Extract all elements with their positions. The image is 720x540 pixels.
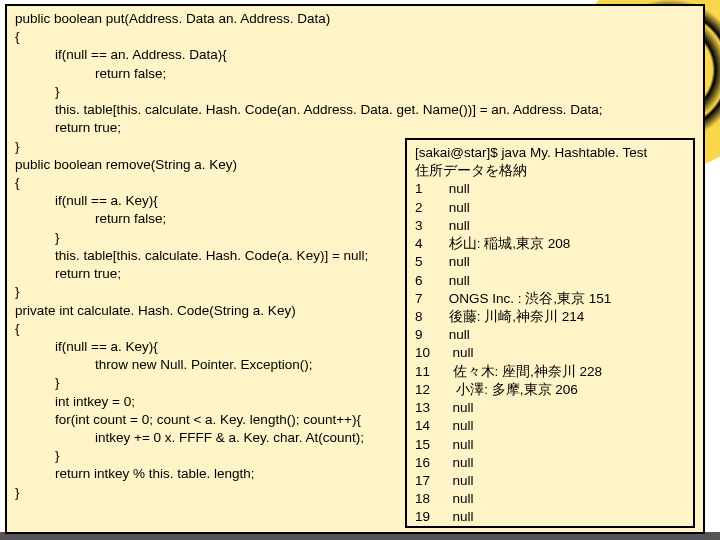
row-val: null — [453, 400, 474, 415]
row-val: null — [453, 418, 474, 433]
row-val: null — [449, 200, 470, 215]
code-line: } — [15, 83, 695, 101]
row-num: 1 — [415, 181, 423, 196]
output-row: 1 null — [415, 180, 685, 198]
row-num: 19 — [415, 509, 430, 524]
output-row: 10 null — [415, 344, 685, 362]
row-num: 15 — [415, 437, 430, 452]
output-row: 15 null — [415, 436, 685, 454]
row-val: null — [449, 273, 470, 288]
output-panel: [sakai@star]$ java My. Hashtable. Test 住… — [405, 138, 695, 528]
output-row: 9 null — [415, 326, 685, 344]
output-row: 8 後藤: 川崎,神奈川 214 — [415, 308, 685, 326]
output-row: 7 ONGS Inc. : 渋谷,東京 151 — [415, 290, 685, 308]
code-line: return true; — [15, 119, 695, 137]
row-val: null — [453, 437, 474, 452]
row-val: null — [453, 491, 474, 506]
row-num: 5 — [415, 254, 423, 269]
code-line: if(null == an. Address. Data){ — [15, 46, 695, 64]
output-row: 5 null — [415, 253, 685, 271]
output-row: 13 null — [415, 399, 685, 417]
row-num: 3 — [415, 218, 423, 233]
row-val: ONGS Inc. : 渋谷,東京 151 — [449, 291, 612, 306]
row-num: 16 — [415, 455, 430, 470]
row-val: null — [449, 218, 470, 233]
output-message: 住所データを格納 — [415, 162, 685, 180]
row-val: 小澤: 多摩,東京 206 — [453, 382, 578, 397]
row-val: null — [449, 181, 470, 196]
output-row: 3 null — [415, 217, 685, 235]
row-val: null — [453, 509, 474, 524]
output-command: [sakai@star]$ java My. Hashtable. Test — [415, 144, 685, 162]
row-val: null — [453, 455, 474, 470]
output-row: 11 佐々木: 座間,神奈川 228 — [415, 363, 685, 381]
row-num: 9 — [415, 327, 423, 342]
row-num: 17 — [415, 473, 430, 488]
output-row: 14 null — [415, 417, 685, 435]
row-num: 8 — [415, 309, 423, 324]
row-num: 11 — [415, 364, 430, 379]
code-line: public boolean put(Address. Data an. Add… — [15, 10, 695, 28]
row-num: 18 — [415, 491, 430, 506]
row-val: 佐々木: 座間,神奈川 228 — [453, 364, 603, 379]
row-val: 後藤: 川崎,神奈川 214 — [449, 309, 585, 324]
row-num: 10 — [415, 345, 430, 360]
output-row: 6 null — [415, 272, 685, 290]
row-num: 13 — [415, 400, 430, 415]
row-num: 7 — [415, 291, 423, 306]
code-line: this. table[this. calculate. Hash. Code(… — [15, 101, 695, 119]
output-row: 18 null — [415, 490, 685, 508]
row-val: null — [449, 327, 470, 342]
output-row: 12 小澤: 多摩,東京 206 — [415, 381, 685, 399]
row-num: 6 — [415, 273, 423, 288]
row-num: 2 — [415, 200, 423, 215]
row-num: 14 — [415, 418, 430, 433]
output-row: 19 null — [415, 508, 685, 526]
row-val: 杉山: 稲城,東京 208 — [449, 236, 571, 251]
output-row: 16 null — [415, 454, 685, 472]
row-num: 4 — [415, 236, 423, 251]
output-row: 2 null — [415, 199, 685, 217]
code-line: return false; — [15, 65, 695, 83]
output-row: 17 null — [415, 472, 685, 490]
row-val: null — [453, 473, 474, 488]
output-row: 4 杉山: 稲城,東京 208 — [415, 235, 685, 253]
code-line: { — [15, 28, 695, 46]
row-num: 12 — [415, 382, 430, 397]
row-val: null — [449, 254, 470, 269]
row-val: null — [453, 345, 474, 360]
